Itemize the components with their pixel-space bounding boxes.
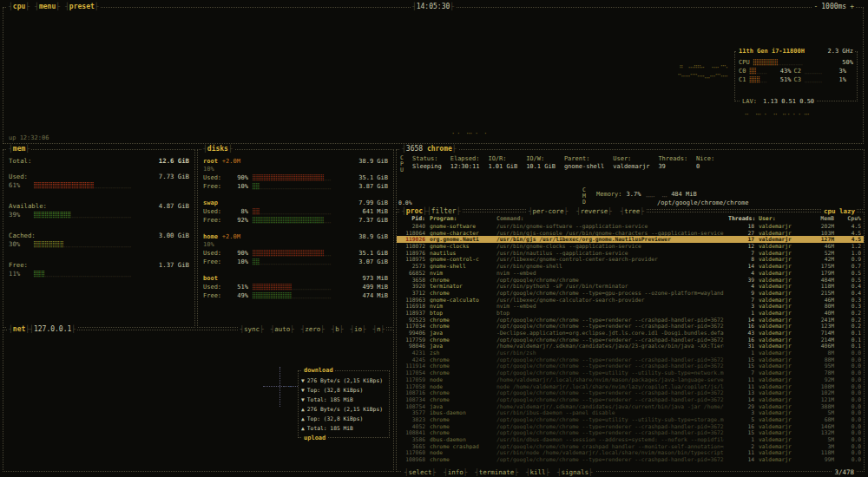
column-header-memb[interactable]: MemB	[808, 215, 834, 222]
proc-option-per-core[interactable]: ┤per-core├	[529, 207, 568, 215]
process-pid: 98046	[399, 343, 425, 350]
process-threads: 18	[728, 223, 754, 230]
process-row[interactable]: 3577ibus-daemon/usr/bin/ibus-daemon --pa…	[397, 409, 864, 416]
process-row[interactable]: 3665chrome_crashpad/opt/google/chrome/ch…	[397, 443, 864, 450]
process-mem: 8M	[808, 350, 834, 356]
net-option-io[interactable]: ┤io├	[350, 325, 365, 333]
process-command: -Declipse.application=org.eclipse.jdt.ls…	[496, 330, 724, 337]
process-row[interactable]: 108716chrome/opt/google/chrome/chrome --…	[397, 389, 864, 396]
sort-column-selector[interactable]: cpu lazy	[822, 207, 857, 215]
meter-green: ⣿⣿⣿⣿⣿⣿⣿⣿⣿⣿⣀⣀⣀⣀⣀⣀⣀⣀⣀⣀⣀⣀⣀⣀⣀⣀	[33, 211, 189, 219]
process-threads: 3	[728, 409, 754, 416]
process-row[interactable]: 108841chrome/opt/google/chrome/chrome --…	[397, 429, 864, 436]
column-header-threads[interactable]: Threads:	[728, 215, 754, 222]
detail-field: Threads:39	[658, 155, 687, 171]
process-row[interactable]: 4231zsh/usr/bin/zsh1valdemarjr8M0.0	[397, 350, 864, 356]
interval-increase-button[interactable]: +	[850, 3, 854, 10]
process-row[interactable]: 119026org.gnome.Nauti/usr/bin/gjs /usr/l…	[397, 236, 864, 243]
net-option-b[interactable]: ┤b├	[332, 325, 344, 333]
process-row[interactable]: 2573gnome-shell/usr/bin/gnome-shell14val…	[397, 263, 864, 270]
process-threads: 12	[728, 243, 754, 250]
disk-size: 973 MiB	[362, 274, 388, 283]
net-option-sync[interactable]: ┤sync├	[240, 325, 264, 333]
disk-entry: root+2.0M38.9 GiB10%Used:90%⣿⣿⣿⣿⣿⣿⣿⣿⣿⣿⣿⣿…	[203, 157, 388, 191]
process-user: valdemarjr	[759, 263, 804, 270]
process-row[interactable]: 118963gnome-calculato/usr/libexec/gnome-…	[397, 297, 864, 304]
process-row[interactable]: 118937btopbtop1valdemarjr40M0.2	[397, 310, 864, 317]
column-header-cpu[interactable]: Cpu%	[838, 215, 861, 222]
proc-option-tree[interactable]: ┤tree├	[621, 207, 644, 215]
disk-io-rate: +2.0M	[222, 232, 240, 241]
process-threads: 7	[728, 369, 754, 376]
process-command: /opt/google/chrome/chrome --type=utility…	[496, 369, 724, 376]
process-row[interactable]: 116918nvimnvim --embed3valdemarjr80M0.3	[397, 303, 864, 310]
cpu-total-value: 50%	[842, 58, 853, 67]
process-row[interactable]: 118072gnome-clocks/usr/bin/gnome-clocks …	[397, 243, 864, 250]
process-row[interactable]: 108734chrome/opt/google/chrome/chrome --…	[397, 396, 864, 403]
process-row[interactable]: 118975gnome-control-c/usr/libexec/gnome-…	[397, 256, 864, 263]
disk-free-row: Free:92%⣿⣿⣿⣿⣿⣿⣿⣿⣿⣿⣿⣿⣿⣿⣿⣿⣿⣿⣿⣿⣀⣀7.37 GiB	[203, 216, 388, 225]
process-row[interactable]: 3712chrome/opt/google/chrome/chrome --ty…	[397, 290, 864, 297]
memory-stat-percent: 39%	[9, 211, 30, 219]
process-row[interactable]: 66852nvimnvim --embed4valdemarjr179M0.5	[397, 270, 864, 277]
detail-field: User:valdemarjr	[613, 155, 649, 171]
process-row[interactable]: 111914chrome/opt/google/chrome/chrome --…	[397, 363, 864, 369]
cpu-graph-dots: ⢀⡀⠀⢀⣀⠀⡀⠀⢀⡀⠀⣀⢀⠀⡀⢀⠀⣀⡀	[743, 108, 811, 115]
process-row[interactable]: 117059node/home/valdemarjr/.local/share/…	[397, 376, 864, 383]
process-mem: 68M	[808, 416, 834, 423]
kill-button[interactable]: ┤kill├	[526, 468, 549, 476]
select-button[interactable]: ┤select├	[404, 468, 436, 476]
process-mem: 108M	[808, 383, 834, 390]
process-row[interactable]: 117034chrome/opt/google/chrome/chrome --…	[397, 323, 864, 330]
meter-green: ⣿⣿⣿⣿⣿⣿⣿⣿⣿⣿⣿⣀⣀⣀⣀⣀⣀⣀⣀⣀⣀⣀	[252, 291, 346, 300]
memory-panel: ┤mem├ Total:12.6 GiBUsed:7.73 GiB61%⣿⣿⣿⣿…	[3, 149, 195, 328]
process-row[interactable]: 2840gnome-software/usr/bin/gnome-softwar…	[397, 223, 864, 230]
process-row[interactable]: 92523chrome/opt/google/chrome/chrome --t…	[397, 317, 864, 323]
column-header-command[interactable]: Command:	[496, 215, 724, 222]
process-row[interactable]: 3823chrome/opt/google/chrome/chrome --ty…	[397, 416, 864, 423]
process-row[interactable]: 108754java/home/valdemarjr/.sdkman/candi…	[397, 403, 864, 410]
process-row[interactable]: 4245chrome/opt/google/chrome/chrome --ty…	[397, 356, 864, 363]
filter-button[interactable]: filter	[431, 207, 457, 215]
info-button[interactable]: ┤info├	[444, 468, 467, 476]
terminate-button[interactable]: ┤terminate├	[475, 468, 518, 476]
menu-button[interactable]: ┤menu├	[35, 3, 60, 10]
process-row[interactable]: 118064gnome-character/usr/bin/gjs-consol…	[397, 230, 864, 237]
interval-decrease-button[interactable]: -	[813, 3, 818, 10]
download-stat-line: ▼Top: (32,8 KiBps)	[301, 385, 386, 395]
signals-button[interactable]: ┤signals├	[557, 468, 593, 476]
process-command: /home/valdemarjr/.sdkman/candidates/java…	[496, 403, 724, 410]
detail-field-value: 10.1 GiB	[526, 163, 556, 171]
process-row[interactable]: 117759chrome/opt/google/chrome/chrome --…	[397, 337, 864, 343]
process-detail-panel: ┤3658 chrome├ C P U 0.0% Status:Sleeping…	[396, 149, 865, 210]
process-row[interactable]: 3586dbus-daemon/usr/bin/dbus-daemon --se…	[397, 436, 864, 443]
proc-option-reverse[interactable]: ┤reverse├	[576, 207, 612, 215]
memory-stat-percent: 30%	[9, 240, 30, 249]
process-row[interactable]: 118976nautilus/usr/bin/nautilus --gappli…	[397, 250, 864, 257]
memory-stat-label: Total:	[9, 157, 31, 166]
column-header-user[interactable]: User:	[759, 215, 804, 222]
detail-field-label: Threads:	[658, 155, 687, 163]
process-row[interactable]: 117058nodenode /home/valdemarjr/.local/s…	[397, 383, 864, 390]
net-option-zero[interactable]: ┤zero├	[301, 325, 325, 333]
process-program: node	[430, 376, 492, 383]
column-header-pid[interactable]: Pid:	[399, 215, 425, 222]
process-row[interactable]: 4052chrome/opt/google/chrome/chrome --ty…	[397, 423, 864, 430]
process-row[interactable]: 117060node/usr/bin/node /home/valdemarjr…	[397, 449, 864, 456]
net-option-n[interactable]: ┤n├	[372, 325, 385, 333]
process-row[interactable]: 99406java-Declipse.application=org.eclip…	[397, 330, 864, 337]
process-row[interactable]: 98046java/home/valdemarjr/.sdkman/candid…	[397, 343, 864, 350]
process-cpu: 0.0	[838, 350, 861, 356]
column-header-program[interactable]: Program:	[430, 215, 492, 222]
process-row[interactable]: 3658chrome/opt/google/chrome/chrome39val…	[397, 277, 864, 284]
process-row[interactable]: 3920terminator/usr/bin/python3 -sP /usr/…	[397, 283, 864, 290]
net-option-auto[interactable]: ┤auto├	[271, 325, 294, 333]
preset-button[interactable]: ┤preset├	[65, 3, 99, 10]
process-row[interactable]: 108968chrome/opt/google/chrome/chrome --…	[397, 456, 864, 463]
meter-orange: ⣀⣀⣀⣀⣀	[804, 67, 823, 75]
memory-stat-value: 3.00 GiB	[159, 232, 189, 240]
process-pid: 3658	[399, 277, 425, 284]
process-row[interactable]: 117054chrome/opt/google/chrome/chrome --…	[397, 369, 864, 376]
disk-free-label: Free:	[203, 182, 227, 191]
process-command: /opt/google/chrome/chrome --type=gpu-pro…	[496, 290, 724, 297]
